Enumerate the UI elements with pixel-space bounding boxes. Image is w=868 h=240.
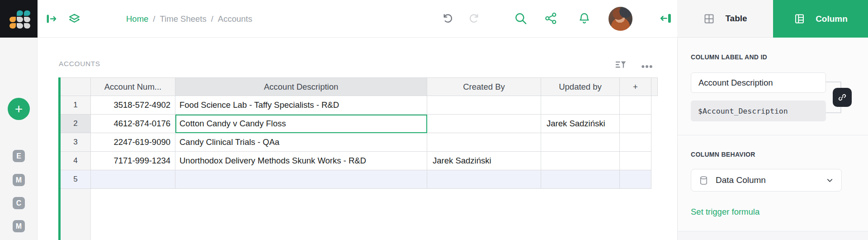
breadcrumb-item-timesheets[interactable]: Time Sheets bbox=[160, 14, 207, 24]
panel-footer bbox=[678, 231, 868, 240]
breadcrumb: Home / Time Sheets / Accounts bbox=[126, 0, 252, 38]
cell-extra[interactable] bbox=[620, 133, 651, 152]
sidebar-expand-icon[interactable] bbox=[45, 12, 58, 25]
breadcrumb-item-accounts[interactable]: Accounts bbox=[218, 14, 252, 24]
logo-petal bbox=[24, 23, 30, 29]
stack-badge-e[interactable]: E bbox=[13, 150, 25, 162]
tab-table[interactable]: Table bbox=[677, 0, 773, 38]
column-behavior-dropdown[interactable]: Data Column bbox=[691, 169, 842, 192]
row-number[interactable]: 3 bbox=[61, 133, 91, 152]
cell-updated-by[interactable] bbox=[541, 152, 620, 170]
cell-account-description[interactable]: Food Science Lab - Taffy Specialists - R… bbox=[175, 96, 427, 115]
cell-created-by[interactable]: Jarek Sadziński bbox=[427, 152, 541, 170]
cell-account-number[interactable] bbox=[91, 170, 175, 189]
cell-extra[interactable] bbox=[620, 96, 651, 115]
column-header-account-number[interactable]: Account Num... bbox=[91, 77, 175, 96]
cell-updated-by[interactable]: Jarek Sadziński bbox=[541, 115, 620, 133]
table-grid-icon bbox=[703, 13, 715, 25]
tab-column-label: Column bbox=[816, 14, 848, 24]
breadcrumb-separator: / bbox=[153, 14, 155, 24]
logo-petal bbox=[17, 23, 23, 29]
cell-account-number[interactable]: 3518-572-4902 bbox=[91, 96, 175, 115]
logo-petal bbox=[24, 17, 30, 22]
undo-icon[interactable] bbox=[442, 12, 454, 24]
cell-updated-by[interactable] bbox=[541, 170, 620, 189]
column-header-account-description[interactable]: Account Description bbox=[175, 77, 427, 96]
logo-petal bbox=[17, 17, 23, 22]
cell-account-number[interactable]: 4612-874-0176 bbox=[91, 115, 175, 133]
share-icon[interactable] bbox=[544, 12, 557, 25]
tab-column[interactable]: Column bbox=[773, 0, 868, 38]
column-id-field[interactable]: $Account_Description bbox=[691, 101, 826, 121]
left-sidebar: + E M C M P T bbox=[0, 38, 38, 240]
column-header-updated-by[interactable]: Updated by bbox=[541, 77, 620, 96]
search-icon[interactable] bbox=[514, 11, 528, 25]
user-avatar[interactable] bbox=[609, 7, 632, 31]
database-icon bbox=[698, 175, 709, 186]
logo-petal bbox=[9, 17, 16, 22]
stack-badge-m1[interactable]: M bbox=[13, 174, 25, 186]
breadcrumb-home-link[interactable]: Home bbox=[126, 14, 148, 24]
link-label-id-button[interactable] bbox=[833, 88, 852, 107]
add-column-button[interactable]: + bbox=[620, 77, 651, 96]
cell-account-description-selected[interactable]: Cotton Candy v Candy Floss bbox=[175, 115, 427, 133]
breadcrumb-separator: / bbox=[211, 14, 213, 24]
cell-updated-by[interactable] bbox=[541, 96, 620, 115]
cell-created-by[interactable] bbox=[427, 170, 541, 189]
bracket-line bbox=[826, 82, 841, 82]
panel-divider bbox=[678, 135, 868, 135]
top-bar: Home / Time Sheets / Accounts bbox=[38, 0, 677, 38]
stack-badge-m2[interactable]: M bbox=[13, 220, 25, 232]
redo-icon[interactable] bbox=[468, 12, 480, 24]
row-gutter bbox=[61, 189, 91, 240]
table-accent-bar bbox=[58, 77, 61, 240]
column-icon bbox=[793, 13, 806, 25]
row-number[interactable]: 1 bbox=[61, 96, 91, 115]
logo-petal bbox=[17, 10, 23, 16]
column-label-input[interactable]: Account Description bbox=[691, 72, 826, 93]
more-options-icon[interactable] bbox=[640, 60, 654, 73]
add-stack-button[interactable]: + bbox=[8, 98, 30, 120]
cell-created-by[interactable] bbox=[427, 115, 541, 133]
filter-sort-icon[interactable] bbox=[614, 58, 627, 72]
row-number[interactable]: 4 bbox=[61, 152, 91, 170]
cell-account-description[interactable] bbox=[175, 170, 427, 189]
tab-table-label: Table bbox=[725, 14, 747, 24]
cell-updated-by[interactable] bbox=[541, 133, 620, 152]
row-number[interactable]: 5 bbox=[61, 170, 91, 189]
column-behavior-section-title: COLUMN BEHAVIOR bbox=[691, 151, 755, 158]
row-number[interactable]: 2 bbox=[61, 115, 91, 133]
notifications-bell-icon[interactable] bbox=[577, 11, 591, 25]
cell-created-by[interactable] bbox=[427, 96, 541, 115]
column-header-rownum[interactable] bbox=[61, 77, 91, 96]
logo-petal bbox=[24, 10, 30, 16]
column-header-spacer bbox=[651, 77, 658, 96]
cell-extra[interactable] bbox=[620, 152, 651, 170]
cell-account-description[interactable]: Unorthodox Delivery Methods Skunk Works … bbox=[175, 152, 427, 170]
stack-layers-icon[interactable] bbox=[67, 12, 81, 26]
cell-extra[interactable] bbox=[620, 170, 651, 189]
app-logo[interactable] bbox=[0, 0, 38, 38]
cell-account-number[interactable]: 2247-619-9090 bbox=[91, 133, 175, 152]
cell-extra[interactable] bbox=[620, 115, 651, 133]
column-label-section-title: COLUMN LABEL AND ID bbox=[691, 53, 767, 61]
bracket-line bbox=[826, 112, 841, 113]
view-title: ACCOUNTS bbox=[59, 60, 100, 68]
column-header-created-by[interactable]: Created By bbox=[427, 77, 541, 96]
logo-petal bbox=[9, 23, 16, 29]
column-behavior-value: Data Column bbox=[716, 175, 766, 185]
cell-created-by[interactable] bbox=[427, 133, 541, 152]
stack-badge-c[interactable]: C bbox=[13, 197, 25, 209]
cell-account-description[interactable]: Candy Clinical Trials - QAa bbox=[175, 133, 427, 152]
collapse-panel-icon[interactable] bbox=[659, 11, 673, 25]
chevron-down-icon bbox=[826, 176, 834, 185]
cell-account-number[interactable]: 7171-999-1234 bbox=[91, 152, 175, 170]
set-trigger-formula-link[interactable]: Set trigger formula bbox=[691, 207, 760, 217]
